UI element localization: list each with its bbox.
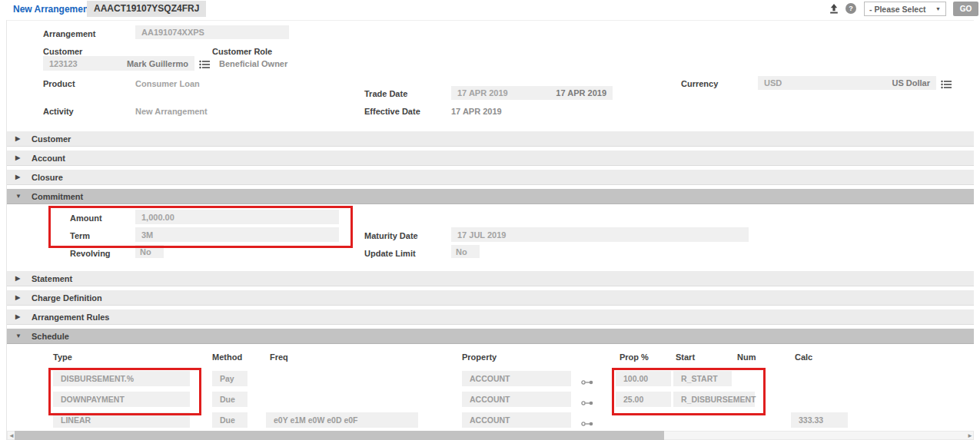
term-label: Term bbox=[70, 231, 90, 240]
customer-enrichment: Mark Guillermo bbox=[127, 59, 188, 68]
effective-date-value: 17 APR 2019 bbox=[451, 107, 502, 116]
product-label: Product bbox=[43, 79, 75, 88]
schedule-start-field[interactable]: R_START bbox=[673, 371, 732, 386]
section-account[interactable]: ▶ Account bbox=[7, 151, 974, 166]
schedule-method-field[interactable]: Due bbox=[212, 392, 247, 407]
arrangement-label: Arrangement bbox=[43, 29, 95, 38]
schedule-property-field[interactable]: ACCOUNT bbox=[462, 392, 571, 407]
tab-arrangement-id[interactable]: AAACT19107YSQZ4FRJ bbox=[87, 1, 206, 17]
schedule-method-field[interactable]: Due bbox=[212, 412, 247, 428]
trade-date-value: 17 APR 2019 bbox=[457, 88, 508, 98]
page: New Arrangement AAACT19107YSQZ4FRJ ? - P… bbox=[0, 0, 980, 440]
section-commitment[interactable]: ▼ Commitment bbox=[7, 189, 974, 204]
col-header-method: Method bbox=[212, 352, 242, 362]
chevron-right-icon: ▶ bbox=[15, 154, 25, 161]
col-header-prop-pct: Prop % bbox=[620, 352, 649, 362]
chevron-right-icon: ▶ bbox=[15, 294, 25, 301]
term-field[interactable]: 3M bbox=[135, 227, 339, 242]
section-arrangement-rules-title: Arrangement Rules bbox=[32, 313, 109, 322]
scroll-left-icon[interactable]: ◄ bbox=[8, 432, 15, 439]
schedule-prop-pct-field[interactable]: 25.00 bbox=[616, 392, 671, 407]
section-charge-definition-title: Charge Definition bbox=[32, 293, 102, 303]
arrangement-field[interactable]: AA191074XXPS bbox=[135, 25, 289, 39]
customer-role-value: Beneficial Owner bbox=[219, 59, 287, 68]
col-header-property: Property bbox=[462, 352, 497, 362]
activity-value: New Arrangement bbox=[135, 107, 208, 116]
link-icon[interactable] bbox=[581, 396, 594, 404]
customer-value: 123123 bbox=[49, 59, 78, 68]
chevron-down-icon: ▼ bbox=[15, 332, 25, 339]
schedule-freq-field[interactable]: e0Y e1M e0W e0D e0F bbox=[266, 412, 418, 428]
link-icon[interactable] bbox=[581, 417, 594, 425]
section-closure[interactable]: ▶ Closure bbox=[7, 170, 974, 185]
amount-label: Amount bbox=[70, 213, 102, 223]
currency-label: Currency bbox=[681, 79, 718, 88]
schedule-type-field[interactable]: DOWNPAYMENT bbox=[53, 392, 190, 407]
term-value: 3M bbox=[141, 230, 153, 240]
section-schedule[interactable]: ▼ Schedule bbox=[7, 329, 974, 344]
chevron-right-icon: ▶ bbox=[15, 174, 25, 180]
maturity-date-field[interactable]: 17 JUL 2019 bbox=[451, 227, 749, 242]
schedule-type-field[interactable]: DISBURSEMENT.% bbox=[53, 371, 190, 386]
activity-label: Activity bbox=[43, 107, 74, 116]
col-header-freq: Freq bbox=[270, 352, 288, 362]
chevron-down-icon: ▼ bbox=[15, 193, 25, 200]
revolving-value: No bbox=[140, 247, 151, 256]
customer-role-label: Customer Role bbox=[212, 47, 272, 56]
schedule-calc-field[interactable]: 333.33 bbox=[791, 412, 848, 428]
schedule-method-field[interactable]: Pay bbox=[212, 371, 247, 386]
list-icon[interactable] bbox=[941, 78, 952, 88]
help-icon[interactable]: ? bbox=[845, 3, 856, 14]
amount-field[interactable]: 1,000.00 bbox=[135, 210, 339, 224]
revolving-label: Revolving bbox=[70, 249, 111, 258]
maturity-date-label: Maturity Date bbox=[364, 231, 418, 240]
chevron-right-icon: ▶ bbox=[15, 275, 25, 282]
section-closure-title: Closure bbox=[32, 173, 63, 182]
customer-field[interactable]: 123123 Mark Guillermo bbox=[43, 56, 194, 71]
action-select[interactable]: - Please Select ▼ bbox=[864, 2, 946, 16]
section-statement[interactable]: ▶ Statement bbox=[7, 271, 974, 286]
schedule-start-field[interactable]: R_DISBURSEMENT bbox=[673, 392, 755, 407]
trade-date-field[interactable]: 17 APR 2019 17 APR 2019 bbox=[451, 86, 613, 100]
go-button[interactable]: GO bbox=[953, 2, 978, 16]
arrangement-form: Arrangement AA191074XXPS Customer Custom… bbox=[6, 20, 974, 440]
upload-icon[interactable] bbox=[829, 3, 839, 15]
section-charge-definition[interactable]: ▶ Charge Definition bbox=[7, 290, 974, 306]
list-icon[interactable] bbox=[199, 58, 210, 68]
currency-field[interactable]: USD US Dollar bbox=[758, 76, 936, 90]
chevron-right-icon: ▶ bbox=[15, 135, 25, 142]
scroll-right-icon[interactable]: ► bbox=[967, 432, 973, 439]
arrangement-value: AA191074XXPS bbox=[141, 28, 204, 37]
update-limit-value: No bbox=[456, 247, 467, 256]
update-limit-label: Update Limit bbox=[364, 249, 416, 258]
section-customer-title: Customer bbox=[32, 134, 71, 144]
col-header-start: Start bbox=[676, 352, 695, 362]
amount-value: 1,000.00 bbox=[141, 213, 174, 222]
chevron-down-icon: ▼ bbox=[935, 6, 941, 12]
chevron-right-icon: ▶ bbox=[15, 313, 25, 320]
link-icon[interactable] bbox=[581, 375, 594, 383]
update-limit-field[interactable]: No bbox=[451, 245, 480, 258]
col-header-type: Type bbox=[53, 352, 72, 362]
schedule-type-field[interactable]: LINEAR bbox=[53, 412, 190, 428]
trade-date-enrichment: 17 APR 2019 bbox=[556, 88, 606, 98]
section-schedule-title: Schedule bbox=[32, 332, 69, 341]
revolving-field[interactable]: No bbox=[135, 245, 164, 258]
section-customer[interactable]: ▶ Customer bbox=[7, 131, 974, 147]
tab-new-arrangement[interactable]: New Arrangement bbox=[13, 4, 91, 15]
schedule-property-field[interactable]: ACCOUNT bbox=[462, 412, 571, 428]
section-arrangement-rules[interactable]: ▶ Arrangement Rules bbox=[7, 309, 974, 325]
schedule-prop-pct-field[interactable]: 100.00 bbox=[616, 371, 671, 386]
trade-date-label: Trade Date bbox=[364, 89, 407, 98]
section-account-title: Account bbox=[32, 154, 65, 163]
scrollbar-thumb[interactable] bbox=[15, 431, 664, 440]
currency-enrichment: US Dollar bbox=[892, 78, 930, 88]
product-value: Consumer Loan bbox=[135, 79, 200, 88]
section-commitment-title: Commitment bbox=[32, 192, 83, 201]
action-select-value: - Please Select bbox=[869, 5, 926, 14]
col-header-calc: Calc bbox=[795, 352, 812, 362]
customer-label: Customer bbox=[43, 47, 82, 56]
schedule-property-field[interactable]: ACCOUNT bbox=[462, 371, 571, 386]
section-statement-title: Statement bbox=[32, 274, 72, 283]
effective-date-label: Effective Date bbox=[364, 107, 420, 116]
